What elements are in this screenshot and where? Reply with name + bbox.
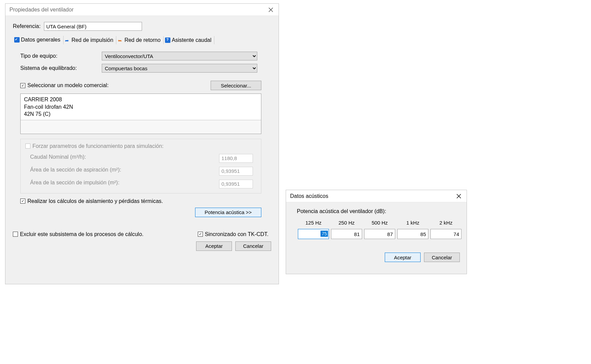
reference-label: Referencia: bbox=[13, 23, 41, 29]
cancel-button[interactable]: Cancelar bbox=[235, 241, 271, 251]
area-impulsion-input bbox=[219, 180, 253, 188]
accept-button[interactable]: Aceptar bbox=[196, 241, 232, 251]
tab-retorno[interactable]: Red de retorno bbox=[116, 36, 164, 44]
close-icon[interactable] bbox=[454, 192, 463, 200]
retorno-arrow-icon bbox=[118, 37, 123, 43]
force-params-checkbox[interactable]: Forzar parametros de funcionamiento para… bbox=[25, 143, 256, 149]
col-250hz: 250 Hz bbox=[330, 220, 363, 227]
tabs: Datos generales Red de impulsión Red de … bbox=[13, 35, 271, 44]
window-title: Datos acústicos bbox=[290, 193, 328, 199]
col-2khz: 2 kHz bbox=[429, 220, 463, 227]
titlebar: Datos acústicos bbox=[286, 190, 467, 202]
realizar-calculos-checkbox[interactable]: Realizar los cálculos de aislamiento y p… bbox=[20, 198, 163, 204]
tab-panel: Tipo de equipo: Ventiloconvector/UTA Sis… bbox=[13, 44, 271, 220]
accept-button[interactable]: Aceptar bbox=[385, 253, 421, 262]
acoustic-subtitle: Potencia acústica del ventilador (dB): bbox=[293, 208, 460, 214]
sistema-equilibrado-label: Sistema de equilibrado: bbox=[20, 65, 100, 71]
sistema-equilibrado-select[interactable]: Compuertas bocas bbox=[102, 64, 257, 73]
tab-retorno-label: Red de retorno bbox=[124, 37, 161, 43]
tab-asistente-label: Asistente caudal bbox=[172, 37, 211, 43]
tab-impulsion-label: Red de impulsión bbox=[72, 37, 114, 43]
potencia-acustica-button[interactable]: Potencia acústica >> bbox=[195, 208, 261, 217]
val-125hz-input[interactable] bbox=[298, 229, 329, 239]
cancel-button[interactable]: Cancelar bbox=[424, 253, 460, 262]
col-125hz: 125 Hz bbox=[297, 220, 330, 227]
select-model-label: Seleccionar un modelo comercial: bbox=[27, 82, 109, 88]
close-icon[interactable] bbox=[266, 6, 275, 14]
acoustic-grid: 125 Hz 250 Hz 500 Hz 1 kHz 2 kHz 75 bbox=[293, 220, 460, 239]
select-model-checkbox[interactable]: Seleccionar un modelo comercial: bbox=[20, 82, 109, 88]
select-model-button[interactable]: Seleccionar... bbox=[211, 81, 261, 90]
col-1khz: 1 kHz bbox=[396, 220, 429, 227]
general-tab-icon bbox=[14, 37, 20, 43]
tipo-equipo-label: Tipo de equipo: bbox=[20, 53, 100, 59]
tab-general[interactable]: Datos generales bbox=[13, 36, 64, 45]
checkbox-icon bbox=[20, 199, 25, 204]
sync-checkbox[interactable]: Sincronizado con TK-CDT. bbox=[198, 231, 268, 237]
model-info-empty bbox=[21, 120, 261, 134]
checkbox-icon bbox=[25, 144, 30, 149]
caudal-input bbox=[219, 154, 253, 163]
tab-general-label: Datos generales bbox=[21, 37, 61, 43]
tab-impulsion[interactable]: Red de impulsión bbox=[64, 36, 117, 44]
acoustic-data-dialog: Datos acústicos Potencia acústica del ve… bbox=[286, 190, 467, 274]
val-500hz-input[interactable] bbox=[364, 229, 395, 239]
titlebar: Propiedades del ventilador bbox=[5, 4, 279, 16]
model-info-box: CARRIER 2008 Fan-coil Idrofan 42N 42N 75… bbox=[20, 94, 261, 134]
sync-label: Sincronizado con TK-CDT. bbox=[205, 231, 268, 237]
force-params-label: Forzar parametros de funcionamiento para… bbox=[32, 143, 164, 149]
force-params-group: Forzar parametros de funcionamiento para… bbox=[20, 139, 261, 193]
excluir-label: Excluir este subsistema de los procesos … bbox=[20, 231, 144, 237]
checkbox-icon bbox=[13, 232, 18, 237]
excluir-checkbox[interactable]: Excluir este subsistema de los procesos … bbox=[13, 231, 144, 237]
assist-icon bbox=[165, 37, 170, 43]
fan-properties-dialog: Propiedades del ventilador Referencia: D… bbox=[5, 3, 279, 284]
checkbox-icon bbox=[198, 232, 203, 237]
model-line-3: 42N 75 (C) bbox=[24, 110, 258, 118]
checkbox-icon bbox=[20, 83, 25, 88]
area-aspiracion-label: Área de la sección de aspiración (m²): bbox=[30, 167, 216, 176]
window-title: Propiedades del ventilador bbox=[9, 7, 73, 13]
caudal-label: Caudal Nominal (m³/h): bbox=[30, 154, 216, 163]
val-1khz-input[interactable] bbox=[397, 229, 428, 239]
realizar-calculos-label: Realizar los cálculos de aislamiento y p… bbox=[27, 198, 163, 204]
area-impulsion-label: Área de la sección de impulsión (m²): bbox=[30, 180, 216, 188]
area-aspiracion-input bbox=[219, 167, 253, 176]
model-line-2: Fan-coil Idrofan 42N bbox=[24, 103, 258, 111]
tipo-equipo-select[interactable]: Ventiloconvector/UTA bbox=[102, 52, 257, 60]
val-2khz-input[interactable] bbox=[430, 229, 462, 239]
val-250hz-input[interactable] bbox=[331, 229, 362, 239]
impulsion-arrow-icon bbox=[65, 37, 70, 43]
model-line-1: CARRIER 2008 bbox=[24, 96, 258, 103]
reference-input[interactable] bbox=[44, 22, 142, 31]
col-500hz: 500 Hz bbox=[363, 220, 396, 227]
tab-asistente[interactable]: Asistente caudal bbox=[164, 36, 214, 44]
